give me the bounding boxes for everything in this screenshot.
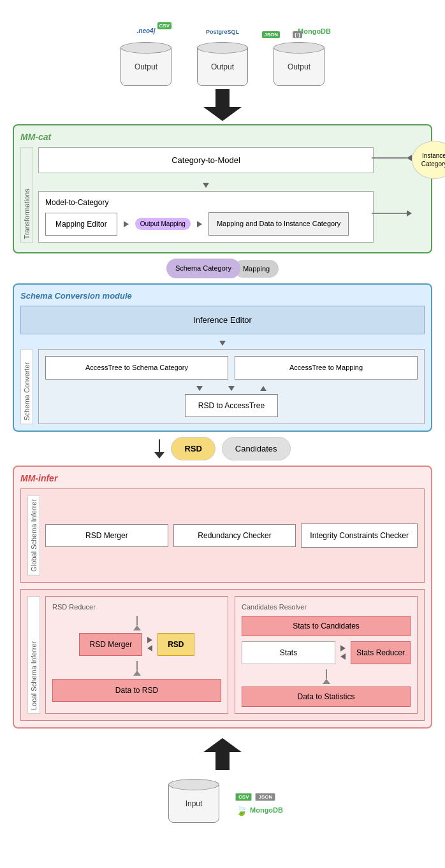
input-label: Input (186, 799, 203, 808)
stats-candidates-label: Stats to Candidates (293, 622, 360, 630)
rsd-pill: RSD (171, 437, 215, 460)
schema-category-pill: Schema Category (166, 259, 240, 278)
mapping-pill-label: Mapping (243, 265, 270, 273)
mapping-pill: Mapping (234, 260, 279, 278)
input-cylinder: Input (162, 773, 226, 823)
schema-conversion-container: Schema Conversion module Inference Edito… (13, 283, 432, 432)
stats-reducer-label: Stats Reducer (356, 648, 405, 657)
stats-candidates-box: Stats to Candidates (242, 616, 411, 636)
rsd-reducer-box: RSD Reducer RSD Merger (45, 596, 228, 714)
mm-infer-container: MM-infer Global Schema Inferrer RSD Merg… (13, 466, 432, 729)
rsd-to-access-box: RSD to AccessTree (185, 394, 278, 417)
data-to-rsd-box: Data to RSD (52, 679, 221, 702)
redundancy-checker-box: Redundancy Checker (173, 524, 296, 547)
arrows-mid (45, 386, 418, 391)
output-mapping-label: Output Mapping (140, 220, 186, 227)
arrow-up-to-merger (52, 616, 221, 630)
json-badge-top2: JSON (262, 31, 280, 38)
vertical-connector-1 (38, 183, 374, 188)
integrity-checker-box: Integrity Constraints Checker (301, 523, 418, 548)
rsd-merger-local-box: RSD Merger (79, 633, 142, 656)
access-tree-row: AccessTree to Schema Category AccessTree… (45, 356, 418, 380)
schema-mapping-area: Schema Category Mapping (6, 259, 439, 278)
stats-label: Stats (280, 648, 297, 657)
arrow-up-to-stats (242, 669, 411, 684)
output-label-3: Output (288, 62, 310, 71)
mm-cat-container: MM-cat Transformations Category-to-Model (13, 124, 432, 253)
mongodb-label-top: MongoDB (298, 27, 331, 35)
global-schema-label: Global Schema Inferrer (27, 495, 40, 576)
cylinder-top-2 (197, 42, 248, 53)
rsd-merger-rsd-row: RSD Merger RSD (52, 633, 221, 656)
cylinder-body-2: Output (197, 48, 248, 86)
mapping-data-box: Mapping and Data to Instance Category (208, 212, 349, 236)
redundancy-checker-label: Redundancy Checker (198, 531, 271, 540)
cylinder-body-1: Output (120, 48, 171, 86)
schema-category-label: Schema Category (175, 264, 231, 272)
access-tree-mapping-label: AccessTree to Mapping (289, 364, 363, 371)
stats-box: Stats (242, 641, 335, 664)
mapping-editor-label: Mapping Editor (55, 220, 107, 229)
json-badge-top: {:} (293, 31, 302, 38)
stats-reducer-box: Stats Reducer (351, 641, 411, 664)
cylinder-body-3: Output (274, 48, 325, 86)
input-cylinder-top (168, 779, 219, 790)
model-to-cat-label: Model-to-Category (45, 198, 367, 207)
rsd-merger-local-label: RSD Merger (89, 640, 132, 649)
arrow-down-to-access (20, 341, 425, 346)
cylinder-top-1 (120, 42, 171, 53)
csv-badge-bottom: CSV (235, 793, 252, 801)
output-mapping-pill: Output Mapping (135, 218, 191, 230)
candidates-resolver-label: Candidates Resolver (242, 603, 411, 611)
category-to-model-box: Category-to-Model (38, 147, 374, 173)
local-schema-label: Local Schema Inferrer (27, 596, 40, 714)
data-to-rsd-label: Data to RSD (115, 686, 158, 695)
cylinder-top-3 (274, 42, 325, 53)
main-flow-arrow-up (203, 738, 242, 770)
output-label-2: Output (211, 62, 234, 71)
inference-editor-box: Inference Editor (20, 306, 425, 334)
rsd-reducer-label: RSD Reducer (52, 603, 221, 611)
rsd-local-label: RSD (168, 640, 184, 649)
arrow-from-model-to-cat (372, 210, 412, 217)
arrow-mapping-1 (124, 221, 129, 227)
rsd-access-container: RSD to AccessTree (45, 394, 418, 417)
rsd-local-box: RSD (157, 633, 194, 656)
schema-conversion-title: Schema Conversion module (20, 291, 425, 301)
rsd-merger-global-box: RSD Merger (45, 524, 168, 547)
input-cylinder-body: Input (168, 785, 219, 823)
candidates-resolver-box: Candidates Resolver Stats to Candidates … (235, 596, 418, 714)
data-to-stats-box: Data to Statistics (242, 687, 411, 707)
bottom-input-area: Input CSV JSON 🍃 MongoDB (6, 735, 439, 823)
global-schema-box: Global Schema Inferrer RSD Merger Redund… (20, 488, 425, 583)
mongodb-label-bottom: MongoDB (250, 806, 283, 814)
local-schema-outer: Local Schema Inferrer RSD Reducer RSD (20, 589, 425, 721)
instance-category-label: Instance Category (412, 152, 445, 168)
mm-infer-title: MM-infer (20, 473, 425, 483)
candidates-pill-label: Candidates (235, 444, 277, 453)
transformations-label: Transformations (20, 147, 33, 243)
output-label-1: Output (135, 62, 157, 71)
access-tree-mapping-box: AccessTree to Mapping (235, 356, 418, 380)
stats-row: Stats Stats Reducer (242, 641, 411, 664)
rsd-candidates-area: RSD Candidates (6, 437, 439, 460)
access-tree-schema-label: AccessTree to Schema Category (85, 364, 188, 371)
arrow-mapping-2 (197, 221, 202, 227)
instance-category-bubble: Instance Category (412, 141, 445, 179)
category-to-model-label: Category-to-Model (171, 155, 240, 165)
rsd-pill-label: RSD (184, 444, 201, 453)
rsd-to-access-label: RSD to AccessTree (198, 401, 265, 410)
schema-converter-wrapper: Schema Converter AccessTree to Schema Ca… (20, 349, 425, 424)
rsd-merger-global-label: RSD Merger (85, 531, 128, 540)
candidates-pill: Candidates (222, 437, 291, 460)
model-to-cat-container: Model-to-Category Mapping Editor Output … (38, 191, 374, 243)
schema-converter-label: Schema Converter (20, 349, 33, 424)
arrow-to-cat-model (372, 155, 412, 161)
integrity-checker-label: Integrity Constraints Checker (310, 531, 409, 540)
mapping-editor-box: Mapping Editor (45, 213, 117, 236)
inference-editor-label: Inference Editor (193, 315, 252, 325)
json-badge-bottom: JSON (255, 793, 275, 801)
data-to-statistics-label: Data to Statistics (297, 692, 354, 701)
csv-badge-1: CSV (157, 22, 171, 29)
mm-cat-title: MM-cat (20, 132, 425, 142)
